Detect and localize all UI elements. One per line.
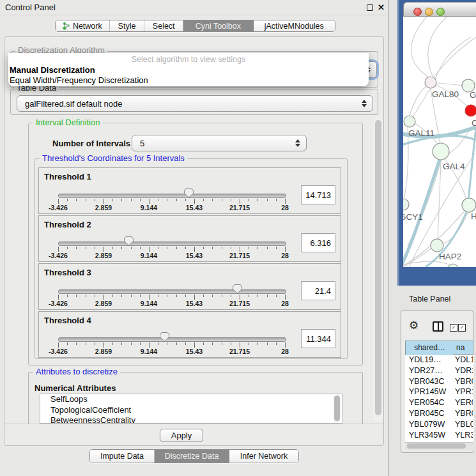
cell: YBR0 xyxy=(455,409,473,418)
tick-label: 28 xyxy=(268,348,302,355)
zoom-traffic-light[interactable] xyxy=(436,8,445,16)
threshold-4-label: Threshold 4 xyxy=(44,316,91,325)
columns-icon[interactable] xyxy=(433,321,443,332)
tab-impute-data[interactable]: Impute Data xyxy=(90,450,155,463)
network-window-titlebar[interactable] xyxy=(403,2,476,17)
tab-infer-network[interactable]: Infer Network xyxy=(229,450,298,463)
tick-label: 15.43 xyxy=(177,252,211,259)
tick-label: 2.859 xyxy=(86,348,121,355)
node-red-selected[interactable] xyxy=(465,105,476,116)
table-row[interactable]: YDR27…YDR2 xyxy=(405,366,473,377)
tick-label: 9.144 xyxy=(132,300,166,307)
threshold-3-slider[interactable] xyxy=(58,289,286,294)
close-icon[interactable]: ✕ xyxy=(378,3,385,12)
algorithm-option-equal-width[interactable]: Equal Width/Frequency Discretization xyxy=(10,75,148,85)
threshold-2-value-field[interactable]: 6.316 xyxy=(301,233,335,252)
tick-label: -3.426 xyxy=(41,204,75,211)
cell: YBL0 xyxy=(455,420,473,429)
gear-icon[interactable]: ⚙ xyxy=(409,320,418,331)
threshold-1-value-field[interactable]: 14.713 xyxy=(301,185,335,204)
node-gal4[interactable] xyxy=(433,143,449,160)
algorithm-option-manual[interactable]: Manual Discretization xyxy=(10,65,95,75)
column-header-shared-name[interactable]: shared… xyxy=(405,341,454,356)
node-gcy1[interactable] xyxy=(403,199,409,210)
table-row[interactable]: YLR345WYLR3 xyxy=(405,431,473,441)
threshold-3-panel: Threshold 3 -3.426 2.859 9.144 15.43 21.… xyxy=(38,263,341,310)
interval-definition-group-label: Interval Definition xyxy=(33,118,102,127)
table-row[interactable]: YPR145WYPR1 xyxy=(405,387,473,398)
float-window-icon[interactable] xyxy=(367,4,373,11)
column-header-name[interactable]: na xyxy=(454,341,473,355)
tick-label: 15.43 xyxy=(177,348,211,355)
tick-label: 9.144 xyxy=(132,204,166,211)
tick-label: 9.144 xyxy=(132,348,166,355)
table-data-combobox-value: galFiltered.sif default node xyxy=(25,99,122,109)
cell: YBL079W xyxy=(405,420,455,429)
close-traffic-light[interactable] xyxy=(413,8,422,16)
tab-select-label: Select xyxy=(153,22,175,31)
tab-jactivemnodules-label: jActiveMNodules xyxy=(265,22,324,31)
tab-style[interactable]: Style xyxy=(110,20,145,31)
number-of-intervals-combobox[interactable]: 5 xyxy=(132,135,307,151)
cell: YDL19… xyxy=(405,355,455,364)
list-scrollbar-thumb[interactable] xyxy=(334,395,340,421)
tab-jactivemnodules[interactable]: jActiveMNodules xyxy=(254,20,335,31)
threshold-4-slider-handle[interactable] xyxy=(159,332,170,342)
node-gal80[interactable] xyxy=(425,77,436,88)
tick-label: 9.144 xyxy=(132,252,166,259)
threshold-2-slider-handle[interactable] xyxy=(123,236,134,246)
tab-cyni-toolbox[interactable]: Cyni Toolbox xyxy=(183,20,254,31)
tab-discretize-data[interactable]: Discretize Data xyxy=(155,450,229,463)
table-panel-title: Table Panel xyxy=(409,295,450,303)
node-label: C xyxy=(472,118,476,128)
node-hap2[interactable] xyxy=(431,239,443,252)
number-of-intervals-label: Number of Intervals xyxy=(52,139,130,148)
tick-label: -3.426 xyxy=(41,252,75,259)
threshold-3-value-field[interactable]: 21.4 xyxy=(301,281,335,300)
threshold-2-panel: Threshold 2 -3.426 2.859 9.144 15.43 21.… xyxy=(38,215,341,262)
apply-button[interactable]: Apply xyxy=(160,429,203,442)
tick-label: -3.426 xyxy=(41,348,75,355)
threshold-3-slider-handle[interactable] xyxy=(232,284,243,294)
table-row[interactable]: YBL079WYBL0 xyxy=(405,420,473,431)
tab-discretize-data-label: Discretize Data xyxy=(165,452,219,461)
checkbox-icon[interactable]: ✓ xyxy=(450,324,457,332)
cell: YLR3 xyxy=(455,431,473,440)
number-of-intervals-value: 5 xyxy=(140,139,144,148)
cell: YDL1 xyxy=(455,355,473,364)
threshold-4-value-field[interactable]: 11.344 xyxy=(301,329,335,348)
network-icon xyxy=(63,22,70,30)
tick-label: 21.715 xyxy=(222,252,257,259)
numerical-attributes-label: Numerical Attributes xyxy=(35,383,116,393)
window-title: Control Panel xyxy=(5,3,56,12)
node-partial[interactable] xyxy=(448,264,458,267)
table-row[interactable]: YER054CYER0 xyxy=(405,398,473,409)
tab-cyni-toolbox-label: Cyni Toolbox xyxy=(196,22,241,31)
node-label: GA xyxy=(470,90,476,100)
minimize-traffic-light[interactable] xyxy=(425,8,433,16)
network-canvas[interactable]: GAL80 GA C GAL11 GAL4 GCY1 H HAP2 xyxy=(403,17,476,267)
table-data-combobox[interactable]: galFiltered.sif default node xyxy=(17,95,373,112)
threshold-2-slider[interactable] xyxy=(58,242,286,246)
list-scrollbar[interactable] xyxy=(334,395,341,423)
checkbox-icon[interactable]: ✓ xyxy=(458,324,466,332)
node-gal11[interactable] xyxy=(404,116,415,127)
threshold-1-slider-handle[interactable] xyxy=(183,188,194,198)
tab-select[interactable]: Select xyxy=(144,20,183,31)
node-h[interactable] xyxy=(462,198,476,212)
threshold-1-slider[interactable] xyxy=(58,194,286,198)
algorithm-placeholder-item[interactable]: Select algorithm to view settings xyxy=(8,55,369,64)
tab-network[interactable]: Network xyxy=(56,20,110,31)
table-horizontal-scrollbar-thumb[interactable] xyxy=(407,443,466,449)
table-row[interactable]: YBR043CYBR0 xyxy=(405,377,473,388)
tick-label: 15.43 xyxy=(177,300,211,307)
settings-scrollbar-thumb[interactable] xyxy=(375,120,381,415)
list-item[interactable]: SelfLoops xyxy=(40,394,342,405)
list-item[interactable]: BetweennessCentrality xyxy=(40,415,342,424)
threshold-2-label: Threshold 2 xyxy=(44,220,91,229)
table-row[interactable]: YBR045CYBR0 xyxy=(405,409,473,420)
list-item[interactable]: TopologicalCoefficient xyxy=(40,405,342,416)
tick-label: 2.859 xyxy=(86,204,121,211)
threshold-4-slider[interactable] xyxy=(58,337,286,342)
table-row[interactable]: YDL19…YDL1 xyxy=(405,355,473,366)
